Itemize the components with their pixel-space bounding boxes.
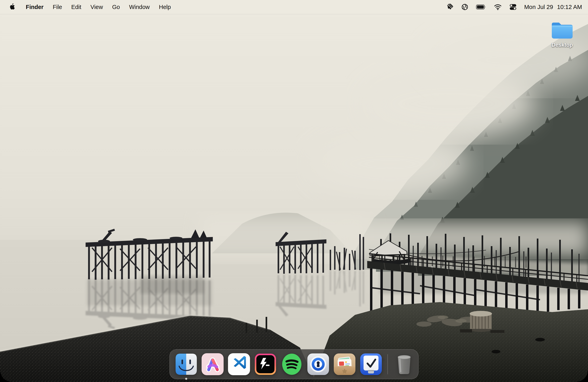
- terminal-app-icon: [253, 352, 277, 376]
- menu-edit[interactable]: Edit: [67, 0, 86, 14]
- dock: [169, 349, 419, 379]
- spotify-app-icon: [280, 352, 304, 376]
- control-center-icon[interactable]: [509, 3, 517, 11]
- wifi-icon[interactable]: [494, 3, 502, 11]
- vscode-app-icon: [227, 352, 251, 376]
- menu-bar: Finder File Edit View Go Window Help: [0, 0, 588, 14]
- desktop-folder-label: Desktop: [552, 42, 573, 48]
- aperture-menu-extra-icon[interactable]: [461, 3, 469, 11]
- trash-icon: [392, 352, 416, 376]
- menu-go[interactable]: Go: [108, 0, 125, 14]
- onepassword-app-icon: [306, 352, 330, 376]
- menu-clock[interactable]: Mon Jul 29 10:12 AM: [524, 4, 582, 10]
- striped-pointer-menu-extra-icon[interactable]: [446, 3, 454, 11]
- clock-time: 10:12 AM: [557, 4, 582, 10]
- dock-separator: [387, 354, 388, 374]
- running-indicator-dot: [185, 378, 187, 380]
- dock-item-vscode[interactable]: [227, 352, 251, 376]
- battery-icon[interactable]: [476, 3, 486, 11]
- wallpaper-image: [0, 0, 588, 382]
- menu-file[interactable]: File: [48, 0, 67, 14]
- dock-item-finder[interactable]: [174, 352, 198, 376]
- arc-app-icon: [201, 352, 224, 376]
- cardhop-app-icon: [333, 352, 357, 376]
- things-app-icon: [359, 352, 383, 376]
- blue-folder-icon: [550, 20, 575, 40]
- dock-item-terminal[interactable]: [253, 352, 277, 376]
- macos-desktop: Finder File Edit View Go Window Help: [0, 0, 588, 382]
- dock-item-trash[interactable]: [392, 352, 416, 376]
- finder-app-icon: [174, 352, 198, 376]
- clock-date: Mon Jul 29: [524, 4, 553, 10]
- dock-item-cardhop[interactable]: [333, 352, 357, 376]
- desktop-folder-icon[interactable]: Desktop: [545, 20, 579, 48]
- dock-item-arc[interactable]: [201, 352, 224, 376]
- dock-item-1password[interactable]: [306, 352, 330, 376]
- dock-item-spotify[interactable]: [280, 352, 304, 376]
- menu-help[interactable]: Help: [154, 0, 176, 14]
- menu-app-finder[interactable]: Finder: [21, 0, 48, 14]
- menu-view[interactable]: View: [86, 0, 107, 14]
- menu-window[interactable]: Window: [125, 0, 154, 14]
- dock-item-things[interactable]: [359, 352, 383, 376]
- apple-logo-icon[interactable]: [9, 3, 16, 11]
